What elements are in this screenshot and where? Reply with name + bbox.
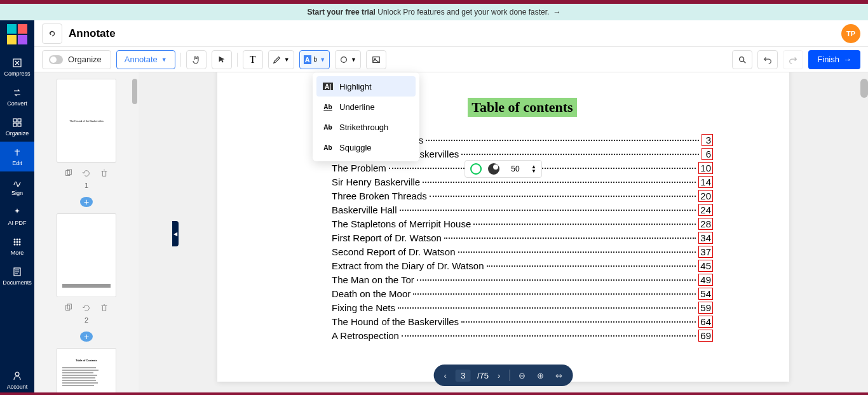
toc-page-link[interactable]: 28 (698, 218, 713, 230)
opacity-stepper[interactable]: ▲▼ (531, 164, 536, 173)
grid-icon (11, 236, 23, 248)
rail-more[interactable]: More (0, 231, 34, 261)
current-page-input[interactable]: 3 (456, 370, 471, 382)
thumb-1[interactable]: The Hound of the Baskervilles 1 (57, 79, 116, 189)
toc-page-link[interactable]: 49 (698, 274, 713, 286)
rotate-icon[interactable] (82, 304, 91, 312)
opacity-value[interactable]: 50 (506, 164, 525, 173)
add-page-button[interactable]: + (80, 197, 93, 207)
toggle-switch[interactable] (49, 55, 63, 64)
image-tool[interactable] (366, 50, 386, 69)
rail-organize[interactable]: Organize (0, 112, 34, 142)
rail-edit[interactable]: Edit (0, 142, 34, 171)
toc-entry[interactable]: Baskerville Hall24 (332, 204, 713, 216)
stroke-color[interactable] (470, 163, 482, 175)
select-tool[interactable] (212, 50, 232, 69)
dd-label: Underline (339, 102, 375, 112)
next-page[interactable]: › (495, 371, 503, 380)
undo-icon (763, 55, 772, 64)
toc-page-link[interactable]: 69 (698, 330, 713, 342)
promo-banner[interactable]: Start your free trial Unlock Pro feature… (0, 4, 868, 20)
toc-page-link[interactable]: 54 (698, 288, 713, 300)
delete-icon[interactable] (100, 169, 109, 178)
toc-page-link[interactable]: 24 (698, 204, 713, 216)
text-tool[interactable]: T (243, 50, 263, 69)
finish-label: Finish (817, 55, 839, 64)
canvas-area[interactable]: 50 ▲▼ Table of contents ock Holmes3e of … (139, 72, 868, 395)
strikethrough-icon: Ab (323, 123, 333, 131)
dd-label: Highlight (339, 82, 372, 91)
rotate-icon[interactable] (82, 169, 91, 178)
toc-dots (426, 140, 699, 141)
right-scrollbar[interactable] (860, 72, 868, 395)
toc-entry[interactable]: First Report of Dr. Watson34 (332, 232, 713, 244)
rail-compress[interactable]: Compress (0, 52, 34, 82)
toc-page-link[interactable]: 64 (698, 316, 713, 328)
rail-label: Sign (11, 190, 23, 196)
rail-convert[interactable]: Convert (0, 82, 34, 112)
extract-icon[interactable] (64, 169, 73, 178)
zoom-out[interactable]: ⊖ (516, 371, 528, 380)
toc-page-link[interactable]: 59 (698, 302, 713, 314)
toc-dots (430, 196, 696, 197)
rail-ai-pdf[interactable]: AI PDF (0, 201, 34, 231)
fill-opacity[interactable] (488, 163, 499, 175)
fit-width[interactable]: ⇔ (553, 371, 565, 380)
toc-page-link[interactable]: 6 (702, 148, 713, 160)
toc-page-link[interactable]: 3 (702, 134, 713, 146)
toc-page-link[interactable]: 20 (698, 190, 713, 202)
delete-icon[interactable] (100, 304, 109, 312)
back-button[interactable] (42, 23, 62, 44)
toc-entry[interactable]: Extract from the Diary of Dr. Watson45 (332, 260, 713, 272)
pencil-icon (273, 55, 281, 64)
user-avatar[interactable]: TP (841, 24, 860, 43)
thumb-2[interactable]: 2 (57, 213, 116, 324)
redo-button[interactable] (783, 50, 803, 69)
toc-entry[interactable]: Second Report of Dr. Watson37 (332, 246, 713, 258)
undo-button[interactable] (757, 50, 778, 69)
scrollbar-thumb[interactable] (132, 79, 137, 104)
toc-page-link[interactable]: 34 (698, 232, 713, 244)
zoom-in[interactable]: ⊕ (534, 371, 546, 380)
add-page-button[interactable]: + (80, 331, 93, 342)
toc-dots (389, 168, 696, 169)
dropdown-squiggle[interactable]: AbSquiggle (316, 137, 416, 157)
toc-page-link[interactable]: 45 (698, 260, 713, 272)
rail-sign[interactable]: Sign (0, 171, 34, 201)
toc-entry[interactable]: The Man on the Tor49 (332, 274, 713, 286)
undo-icon (48, 29, 57, 38)
hand-tool[interactable] (186, 50, 207, 69)
highlight-icon: A| (323, 83, 333, 90)
collapse-handle[interactable]: ◀ (172, 221, 179, 246)
toc-entry[interactable]: Three Broken Threads20 (332, 190, 713, 202)
toc-page-link[interactable]: 37 (698, 246, 713, 258)
rail-documents[interactable]: Documents (0, 261, 34, 291)
toc-dots (413, 293, 696, 295)
annotate-mode-button[interactable]: Annotate ▼ (116, 50, 175, 69)
dropdown-underline[interactable]: AbUnderline (316, 97, 416, 117)
organize-toggle-group[interactable]: Organize (42, 50, 111, 69)
extract-icon[interactable] (64, 304, 73, 312)
dropdown-highlight[interactable]: A|Highlight (316, 76, 416, 97)
redo-icon (789, 55, 797, 64)
toc-entry[interactable]: The Hound of the Baskervilles64 (332, 316, 713, 328)
rail-label: More (11, 250, 24, 256)
toc-entry[interactable]: The Stapletons of Merripit House28 (332, 218, 713, 230)
prev-page[interactable]: ‹ (442, 371, 449, 380)
draw-tool[interactable]: ▼ (268, 50, 294, 69)
toc-page-link[interactable]: 10 (698, 162, 713, 174)
app-logo[interactable] (7, 24, 27, 44)
finish-button[interactable]: Finish→ (808, 50, 860, 69)
toc-entry[interactable]: A Retrospection69 (332, 330, 713, 342)
rail-account[interactable]: Account (0, 365, 34, 395)
shape-tool[interactable]: ▼ (335, 50, 361, 69)
highlight-tool[interactable]: Ab▼ (299, 50, 330, 69)
thumb-3[interactable]: Table of Contents (57, 348, 116, 395)
toc-entry[interactable]: Death on the Moor54 (332, 288, 713, 300)
toc-page-link[interactable]: 14 (698, 176, 713, 188)
toc-entry[interactable]: Fixing the Nets59 (332, 302, 713, 314)
circle-icon (339, 55, 348, 64)
search-button[interactable] (732, 50, 752, 69)
svg-point-5 (14, 239, 16, 241)
dropdown-strikethrough[interactable]: AbStrikethrough (316, 117, 416, 137)
